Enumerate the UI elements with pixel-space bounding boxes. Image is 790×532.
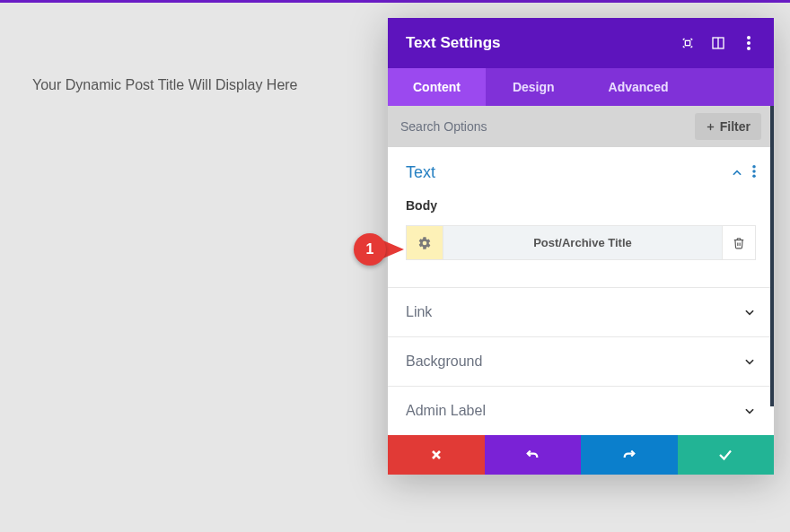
search-bar: Filter xyxy=(388,106,774,147)
preview-text: Your Dynamic Post Title Will Display Her… xyxy=(32,77,298,93)
settings-panel: Text Settings Content Design Advanced xyxy=(388,18,774,475)
undo-icon xyxy=(524,447,540,463)
section-text-title: Text xyxy=(406,163,731,182)
section-text-header[interactable]: Text xyxy=(406,163,756,182)
svg-point-10 xyxy=(752,174,756,178)
redo-icon xyxy=(621,447,637,463)
search-input[interactable] xyxy=(400,119,686,134)
dynamic-delete-button[interactable] xyxy=(722,225,756,260)
svg-point-5 xyxy=(747,47,750,50)
field-label-body: Body xyxy=(406,198,756,213)
section-admin-label[interactable]: Admin Label xyxy=(388,387,774,435)
panel-header: Text Settings xyxy=(388,18,774,68)
dynamic-settings-button[interactable] xyxy=(406,225,443,260)
section-background[interactable]: Background xyxy=(388,337,774,387)
panel-body: Filter Text Body xyxy=(388,106,774,435)
svg-point-8 xyxy=(752,165,756,169)
svg-point-9 xyxy=(752,170,756,173)
trash-icon xyxy=(733,237,745,249)
section-link[interactable]: Link xyxy=(388,288,774,337)
dynamic-field-value[interactable]: Post/Archive Title xyxy=(443,225,722,260)
tab-design[interactable]: Design xyxy=(486,68,582,106)
scrollbar[interactable] xyxy=(770,106,774,406)
plus-icon xyxy=(706,122,715,132)
chevron-down-icon xyxy=(743,405,756,417)
svg-point-3 xyxy=(747,36,750,39)
tab-content[interactable]: Content xyxy=(388,68,486,106)
panel-footer xyxy=(388,435,774,475)
section-background-title: Background xyxy=(406,353,743,370)
panel-title: Text Settings xyxy=(406,34,680,52)
close-icon xyxy=(429,448,443,462)
section-more-icon[interactable] xyxy=(752,165,756,181)
expand-icon[interactable] xyxy=(711,36,725,50)
section-admin-title: Admin Label xyxy=(406,403,743,419)
check-icon xyxy=(717,447,733,463)
chevron-down-icon xyxy=(743,306,756,318)
svg-rect-0 xyxy=(685,40,689,45)
chevron-up-icon[interactable] xyxy=(731,167,743,179)
dynamic-field: Post/Archive Title xyxy=(406,225,756,260)
chevron-down-icon xyxy=(743,355,756,368)
responsive-icon[interactable] xyxy=(680,36,695,50)
tab-advanced[interactable]: Advanced xyxy=(582,68,696,106)
tabs: Content Design Advanced xyxy=(388,68,774,106)
filter-button-label: Filter xyxy=(720,119,750,134)
redo-button[interactable] xyxy=(581,435,678,475)
undo-button[interactable] xyxy=(485,435,582,475)
annotation-number: 1 xyxy=(354,233,386,266)
filter-button[interactable]: Filter xyxy=(695,113,761,140)
cancel-button[interactable] xyxy=(388,435,485,475)
app-top-accent xyxy=(0,0,790,3)
more-icon[interactable] xyxy=(742,36,756,50)
svg-point-4 xyxy=(747,41,750,45)
gear-icon xyxy=(417,236,432,250)
save-button[interactable] xyxy=(678,435,775,475)
section-text-actions xyxy=(731,165,756,181)
section-text: Text Body Post/Archive Title xyxy=(388,147,774,288)
section-link-title: Link xyxy=(406,304,743,320)
header-actions xyxy=(680,36,756,50)
